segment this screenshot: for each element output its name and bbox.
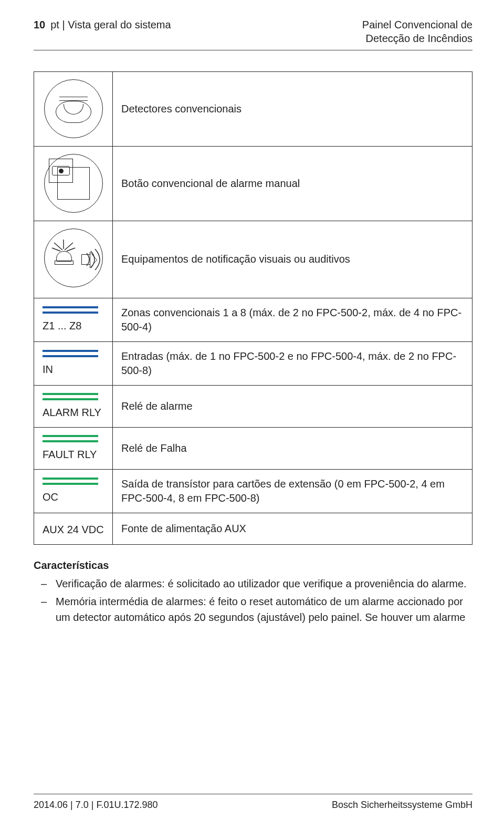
manual-call-point-icon [44, 154, 103, 213]
table-row: Z1 ... Z8 Zonas convencionais 1 a 8 (máx… [34, 298, 472, 341]
terminal-rail-icon [43, 440, 98, 442]
terminal-cell: ALARM RLY [34, 385, 113, 427]
feature-item: Memória intermédia de alarmes: é feito o… [56, 594, 472, 625]
desc-cell: Entradas (máx. de 1 no FPC-500-2 e no FP… [113, 341, 472, 385]
feature-item: Verificação de alarmes: é solicitado ao … [56, 576, 472, 592]
notification-device-icon [44, 229, 103, 287]
footer-left: 2014.06 | 7.0 | F.01U.172.980 [34, 798, 158, 811]
terminal-rail-icon [43, 435, 98, 437]
terminal-rail-icon [43, 350, 98, 352]
table-row: FAULT RLY Relé de Falha [34, 427, 472, 469]
terminal-rail-icon [43, 312, 98, 314]
terminal-label: AUX 24 VDC [43, 523, 104, 537]
terminal-cell: OC [34, 469, 113, 513]
features-heading: Características [34, 558, 472, 573]
terminal-rail-icon [43, 393, 98, 395]
desc-cell: Fonte de alimentação AUX [113, 513, 472, 544]
table-row: Botão convencional de alarme manual [34, 146, 472, 221]
table-row: Detectores convencionais [34, 71, 472, 146]
svg-line-3 [52, 248, 60, 251]
desc-cell: Detectores convencionais [113, 71, 472, 146]
terminal-cell: FAULT RLY [34, 427, 113, 469]
terminal-label: ALARM RLY [43, 406, 104, 420]
table-row: Equipamentos de notificação visuais ou a… [34, 221, 472, 298]
terminal-rail-icon [43, 483, 98, 485]
desc-cell: Relé de alarme [113, 385, 472, 427]
table-row: OC Saída de transístor para cartões de e… [34, 469, 472, 513]
terminal-label: OC [43, 490, 104, 504]
page-header: 10 pt | Vista geral do sistema Painel Co… [34, 18, 472, 46]
legend-table: Detectores convencionais Botão convencio… [34, 71, 472, 545]
features-section: Características Verificação de alarmes: … [34, 558, 472, 625]
terminal-cell: Z1 ... Z8 [34, 298, 113, 341]
doc-title: Painel Convencional de Detecção de Incên… [362, 18, 472, 46]
desc-cell: Zonas convencionais 1 a 8 (máx. de 2 no … [113, 298, 472, 341]
desc-cell: Equipamentos de notificação visuais ou a… [113, 221, 472, 298]
doc-title-line2: Detecção de Incêndios [362, 32, 472, 45]
page-footer: 2014.06 | 7.0 | F.01U.172.980 Bosch Sich… [34, 794, 472, 811]
terminal-rail-icon [43, 306, 98, 308]
doc-title-line1: Painel Convencional de [362, 18, 472, 32]
icon-cell [34, 221, 113, 298]
table-row: IN Entradas (máx. de 1 no FPC-500-2 e no… [34, 341, 472, 385]
terminal-rail-icon [43, 398, 98, 400]
footer-right: Bosch Sicherheitssysteme GmbH [332, 798, 472, 811]
terminal-cell: AUX 24 VDC [34, 513, 113, 544]
desc-cell: Botão convencional de alarme manual [113, 146, 472, 221]
terminal-label: IN [43, 362, 104, 377]
desc-cell: Saída de transístor para cartões de exte… [113, 469, 472, 513]
footer-divider [34, 794, 472, 794]
header-divider [34, 50, 472, 50]
icon-cell [34, 71, 113, 146]
page-number: 10 [34, 18, 45, 32]
terminal-cell: IN [34, 341, 113, 385]
icon-cell [34, 146, 113, 221]
detector-icon [44, 79, 103, 138]
terminal-label: Z1 ... Z8 [43, 319, 104, 333]
table-row: ALARM RLY Relé de alarme [34, 385, 472, 427]
terminal-rail-icon [43, 478, 98, 480]
breadcrumb-text: pt | Vista geral do sistema [50, 18, 171, 32]
desc-cell: Relé de Falha [113, 427, 472, 469]
breadcrumb: 10 pt | Vista geral do sistema [34, 18, 171, 32]
table-row: AUX 24 VDC Fonte de alimentação AUX [34, 513, 472, 544]
terminal-rail-icon [43, 355, 98, 357]
terminal-label: FAULT RLY [43, 448, 104, 462]
svg-line-4 [67, 248, 75, 251]
